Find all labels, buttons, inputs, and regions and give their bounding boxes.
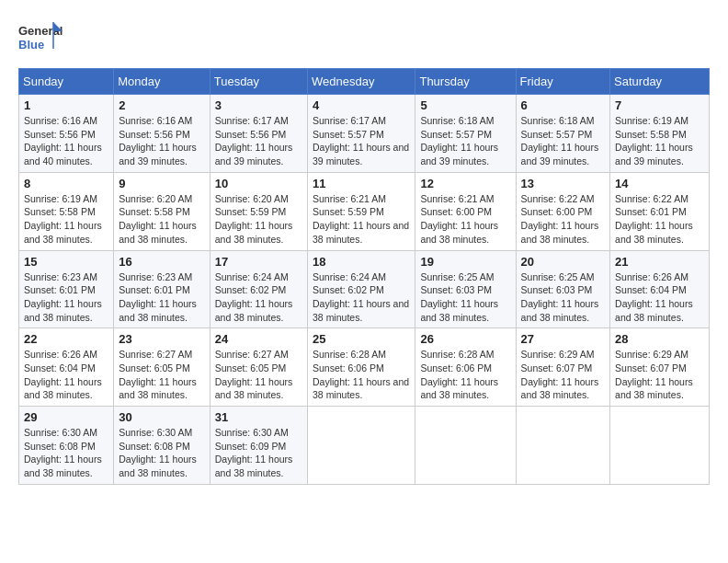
weekday-header-saturday: Saturday <box>610 69 710 95</box>
day-info: Sunrise: 6:17 AMSunset: 5:57 PMDaylight:… <box>313 114 410 168</box>
weekday-header-wednesday: Wednesday <box>308 69 415 95</box>
calendar-cell: 6Sunrise: 6:18 AMSunset: 5:57 PMDaylight… <box>516 95 610 173</box>
calendar-cell: 13Sunrise: 6:22 AMSunset: 6:00 PMDayligh… <box>516 172 610 250</box>
day-number: 20 <box>521 255 606 269</box>
day-info: Sunrise: 6:25 AMSunset: 6:03 PMDaylight:… <box>521 270 606 325</box>
day-info: Sunrise: 6:30 AMSunset: 6:08 PMDaylight:… <box>119 426 204 480</box>
weekday-header-monday: Monday <box>114 69 210 95</box>
calendar-cell: 29Sunrise: 6:30 AMSunset: 6:08 PMDayligh… <box>19 407 114 485</box>
calendar-cell <box>516 407 610 485</box>
day-info: Sunrise: 6:22 AMSunset: 6:01 PMDaylight:… <box>615 192 704 247</box>
day-number: 13 <box>521 177 606 190</box>
calendar-week-row: 15Sunrise: 6:23 AMSunset: 6:01 PMDayligh… <box>19 250 710 328</box>
day-info: Sunrise: 6:24 AMSunset: 6:02 PMDaylight:… <box>215 270 302 325</box>
calendar-cell <box>610 407 710 485</box>
calendar-table: SundayMondayTuesdayWednesdayThursdayFrid… <box>18 68 710 485</box>
day-number: 2 <box>119 98 204 112</box>
weekday-header-friday: Friday <box>516 69 610 95</box>
day-info: Sunrise: 6:16 AMSunset: 5:56 PMDaylight:… <box>24 114 108 168</box>
day-info: Sunrise: 6:25 AMSunset: 6:03 PMDaylight:… <box>420 270 510 325</box>
day-number: 31 <box>215 410 302 424</box>
svg-text:Blue: Blue <box>18 38 44 52</box>
calendar-week-row: 1Sunrise: 6:16 AMSunset: 5:56 PMDaylight… <box>19 95 710 173</box>
day-number: 19 <box>420 255 510 269</box>
calendar-cell: 16Sunrise: 6:23 AMSunset: 6:01 PMDayligh… <box>114 250 210 328</box>
day-number: 1 <box>24 98 108 112</box>
day-number: 9 <box>119 177 204 190</box>
calendar-cell: 14Sunrise: 6:22 AMSunset: 6:01 PMDayligh… <box>610 172 710 250</box>
calendar-cell: 11Sunrise: 6:21 AMSunset: 5:59 PMDayligh… <box>308 172 415 250</box>
day-info: Sunrise: 6:28 AMSunset: 6:06 PMDaylight:… <box>420 348 510 402</box>
day-info: Sunrise: 6:20 AMSunset: 5:58 PMDaylight:… <box>119 192 204 247</box>
calendar-cell: 22Sunrise: 6:26 AMSunset: 6:04 PMDayligh… <box>19 328 114 407</box>
day-info: Sunrise: 6:28 AMSunset: 6:06 PMDaylight:… <box>313 348 410 402</box>
calendar-cell: 19Sunrise: 6:25 AMSunset: 6:03 PMDayligh… <box>415 250 516 328</box>
day-info: Sunrise: 6:19 AMSunset: 5:58 PMDaylight:… <box>24 192 108 247</box>
day-number: 30 <box>119 410 204 424</box>
day-info: Sunrise: 6:23 AMSunset: 6:01 PMDaylight:… <box>119 270 204 325</box>
day-number: 27 <box>521 332 606 346</box>
calendar-cell: 21Sunrise: 6:26 AMSunset: 6:04 PMDayligh… <box>610 250 710 328</box>
calendar-cell: 31Sunrise: 6:30 AMSunset: 6:09 PMDayligh… <box>210 407 307 485</box>
day-number: 4 <box>313 98 410 112</box>
day-info: Sunrise: 6:21 AMSunset: 6:00 PMDaylight:… <box>420 192 510 247</box>
logo: General Blue <box>18 18 64 59</box>
weekday-header-tuesday: Tuesday <box>210 69 307 95</box>
day-number: 17 <box>215 255 302 269</box>
day-number: 14 <box>615 177 704 190</box>
calendar-cell: 1Sunrise: 6:16 AMSunset: 5:56 PMDaylight… <box>19 95 114 173</box>
day-info: Sunrise: 6:18 AMSunset: 5:57 PMDaylight:… <box>420 114 510 168</box>
day-info: Sunrise: 6:29 AMSunset: 6:07 PMDaylight:… <box>521 348 606 402</box>
header: General Blue <box>18 18 710 59</box>
calendar-cell: 28Sunrise: 6:29 AMSunset: 6:07 PMDayligh… <box>610 328 710 407</box>
calendar-cell: 18Sunrise: 6:24 AMSunset: 6:02 PMDayligh… <box>308 250 415 328</box>
day-number: 22 <box>24 332 108 346</box>
day-info: Sunrise: 6:19 AMSunset: 5:58 PMDaylight:… <box>615 114 704 168</box>
day-number: 15 <box>24 255 108 269</box>
day-info: Sunrise: 6:30 AMSunset: 6:09 PMDaylight:… <box>215 426 302 480</box>
day-number: 8 <box>24 177 108 190</box>
calendar-cell: 4Sunrise: 6:17 AMSunset: 5:57 PMDaylight… <box>308 95 415 173</box>
day-info: Sunrise: 6:26 AMSunset: 6:04 PMDaylight:… <box>24 348 108 402</box>
calendar-cell: 20Sunrise: 6:25 AMSunset: 6:03 PMDayligh… <box>516 250 610 328</box>
calendar-cell: 23Sunrise: 6:27 AMSunset: 6:05 PMDayligh… <box>114 328 210 407</box>
day-info: Sunrise: 6:22 AMSunset: 6:00 PMDaylight:… <box>521 192 606 247</box>
calendar-cell: 17Sunrise: 6:24 AMSunset: 6:02 PMDayligh… <box>210 250 307 328</box>
weekday-header-sunday: Sunday <box>19 69 114 95</box>
day-info: Sunrise: 6:18 AMSunset: 5:57 PMDaylight:… <box>521 114 606 168</box>
day-number: 12 <box>420 177 510 190</box>
calendar-cell <box>308 407 415 485</box>
calendar-cell: 25Sunrise: 6:28 AMSunset: 6:06 PMDayligh… <box>308 328 415 407</box>
calendar-week-row: 29Sunrise: 6:30 AMSunset: 6:08 PMDayligh… <box>19 407 710 485</box>
calendar-cell: 10Sunrise: 6:20 AMSunset: 5:59 PMDayligh… <box>210 172 307 250</box>
day-info: Sunrise: 6:24 AMSunset: 6:02 PMDaylight:… <box>313 270 410 325</box>
day-number: 3 <box>215 98 302 112</box>
day-info: Sunrise: 6:23 AMSunset: 6:01 PMDaylight:… <box>24 270 108 325</box>
day-number: 6 <box>521 98 606 112</box>
calendar-cell: 12Sunrise: 6:21 AMSunset: 6:00 PMDayligh… <box>415 172 516 250</box>
calendar-cell: 15Sunrise: 6:23 AMSunset: 6:01 PMDayligh… <box>19 250 114 328</box>
day-number: 29 <box>24 410 108 424</box>
day-number: 16 <box>119 255 204 269</box>
logo-svg: General Blue <box>18 18 64 59</box>
day-info: Sunrise: 6:21 AMSunset: 5:59 PMDaylight:… <box>313 192 410 247</box>
day-number: 7 <box>615 98 704 112</box>
calendar-cell: 5Sunrise: 6:18 AMSunset: 5:57 PMDaylight… <box>415 95 516 173</box>
calendar-cell: 26Sunrise: 6:28 AMSunset: 6:06 PMDayligh… <box>415 328 516 407</box>
calendar-cell: 3Sunrise: 6:17 AMSunset: 5:56 PMDaylight… <box>210 95 307 173</box>
day-number: 26 <box>420 332 510 346</box>
calendar-cell: 9Sunrise: 6:20 AMSunset: 5:58 PMDaylight… <box>114 172 210 250</box>
day-info: Sunrise: 6:29 AMSunset: 6:07 PMDaylight:… <box>615 348 704 402</box>
day-number: 25 <box>313 332 410 346</box>
day-info: Sunrise: 6:30 AMSunset: 6:08 PMDaylight:… <box>24 426 108 480</box>
weekday-header-thursday: Thursday <box>415 69 516 95</box>
day-info: Sunrise: 6:27 AMSunset: 6:05 PMDaylight:… <box>215 348 302 402</box>
calendar-cell: 24Sunrise: 6:27 AMSunset: 6:05 PMDayligh… <box>210 328 307 407</box>
day-number: 5 <box>420 98 510 112</box>
calendar-cell: 2Sunrise: 6:16 AMSunset: 5:56 PMDaylight… <box>114 95 210 173</box>
day-number: 24 <box>215 332 302 346</box>
day-number: 21 <box>615 255 704 269</box>
day-info: Sunrise: 6:17 AMSunset: 5:56 PMDaylight:… <box>215 114 302 168</box>
calendar-week-row: 8Sunrise: 6:19 AMSunset: 5:58 PMDaylight… <box>19 172 710 250</box>
day-info: Sunrise: 6:16 AMSunset: 5:56 PMDaylight:… <box>119 114 204 168</box>
